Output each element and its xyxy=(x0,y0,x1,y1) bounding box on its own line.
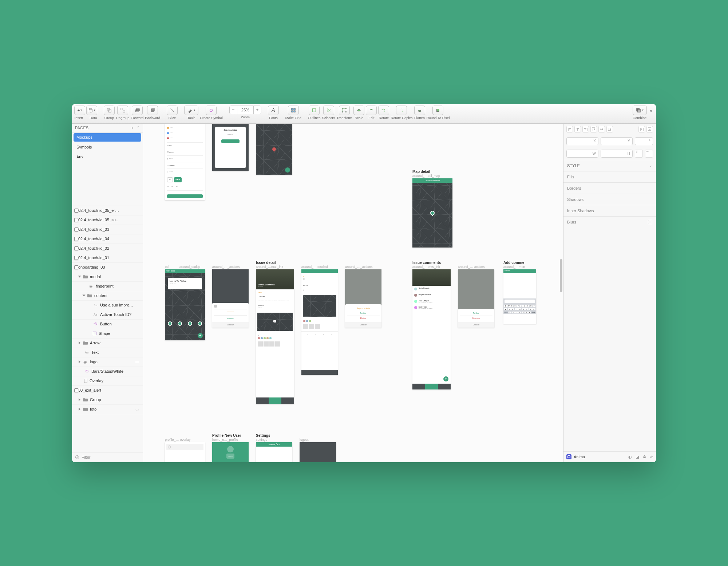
rotation-field[interactable]: ° xyxy=(635,137,653,145)
flip-v-button[interactable] xyxy=(645,150,653,158)
blurs-header[interactable]: Blurs xyxy=(563,217,656,227)
layer-item[interactable]: AaUse a sua impre… xyxy=(72,301,143,310)
layer-item[interactable]: 02.4_touch-id_04 xyxy=(72,234,143,244)
filter-bar[interactable]: Filter xyxy=(72,452,143,462)
align-center-h-button[interactable] xyxy=(574,126,581,132)
gear-icon[interactable]: ✲ xyxy=(643,455,646,459)
artboard[interactable]: Sem resultados ••• •••• ••• •••••••• •••… xyxy=(212,124,249,171)
page-item-mockups[interactable]: Mockups xyxy=(74,133,141,142)
artboard-comments-actions[interactable]: Partilhar Denunciar Cancelar xyxy=(458,269,494,328)
artboard-comments[interactable]: Sofia Almeida•••• •• •••••• ••• •••• •••… xyxy=(412,269,451,389)
artboard-profile-overlay[interactable] xyxy=(165,442,205,462)
forward-button[interactable] xyxy=(132,106,143,115)
layer-item[interactable]: 02.4_touch-id_05_su… xyxy=(72,215,143,225)
layer-item[interactable]: 02.4_touch-id_02 xyxy=(72,244,143,253)
layer-item[interactable]: onboarding_00 xyxy=(72,263,143,272)
layer-item[interactable]: 02.4_touch-id_05_er… xyxy=(72,206,143,215)
group-button[interactable] xyxy=(104,106,115,115)
outlines-button[interactable] xyxy=(309,106,320,115)
align-right-button[interactable] xyxy=(582,126,589,132)
scrollbar-vertical[interactable] xyxy=(560,259,562,292)
combine-button[interactable]: ▾ xyxy=(633,106,647,115)
artboard-issue-actions[interactable]: Seguir ocorrência Partilhar Eliminar Can… xyxy=(345,269,381,328)
y-field[interactable]: Y xyxy=(601,137,633,145)
make-grid-button[interactable] xyxy=(288,106,299,115)
data-button[interactable]: ▾ xyxy=(86,106,97,115)
artboard[interactable] xyxy=(256,124,292,175)
artboard-map-detail[interactable]: Lixo na Via Pública xyxy=(412,178,452,248)
transform-button[interactable] xyxy=(339,106,350,115)
rotate-copies-button[interactable] xyxy=(396,106,407,115)
canvas[interactable]: •••• •••• •••• ⊙ ••••• ☰ ••••••• ◈ •••••… xyxy=(143,124,563,462)
artboard-around-actions[interactable]: ••••••• ••••• •••••• •••••• •••• Cancela… xyxy=(212,269,249,328)
rotate-button[interactable] xyxy=(378,106,389,115)
collapse-pages-icon[interactable]: ⌃ xyxy=(136,126,140,130)
backward-button[interactable] xyxy=(147,106,158,115)
slice-button[interactable] xyxy=(167,106,178,115)
align-left-button[interactable] xyxy=(566,126,573,132)
artboard-logout[interactable] xyxy=(300,442,336,462)
layer-item[interactable]: 02.4_touch-id_01 xyxy=(72,253,143,263)
layer-item[interactable]: content xyxy=(72,291,143,301)
edit-button[interactable] xyxy=(366,106,377,115)
artboard-issue-detail[interactable]: Lixo na Via Pública ••• •• •••• ● ••••• … xyxy=(256,269,294,404)
borders-header[interactable]: Borders xyxy=(563,183,656,194)
align-top-button[interactable] xyxy=(590,126,597,132)
inner-shadows-header[interactable]: Inner Shadows xyxy=(563,205,656,216)
layer-item[interactable]: Shape xyxy=(72,329,143,339)
h-field[interactable]: H xyxy=(601,150,633,158)
refresh-icon[interactable]: ⟳ xyxy=(650,455,653,459)
layer-item[interactable]: ◉logo xyxy=(72,357,143,367)
distribute-h-button[interactable] xyxy=(638,126,645,132)
align-bottom-button[interactable] xyxy=(606,126,613,132)
add-page-icon[interactable]: + xyxy=(131,126,134,130)
fills-header[interactable]: Fills xyxy=(563,171,656,182)
insert-button[interactable]: +▾ xyxy=(74,106,85,115)
layer-item[interactable]: Overlay xyxy=(72,376,143,386)
layer-item[interactable]: ◉fingerprint xyxy=(72,282,143,291)
ungroup-button[interactable] xyxy=(117,106,128,115)
tools-button[interactable]: ▾ xyxy=(184,106,198,115)
layer-item[interactable]: 30_exit_alert xyxy=(72,386,143,395)
artboard-issue-scrolled[interactable]: ● ••••• ☐ ••••• •••• •• •••••••••• •• ••… xyxy=(301,269,338,375)
layer-item[interactable]: ⟲Button xyxy=(72,320,143,329)
round-to-pixel-button[interactable] xyxy=(432,106,443,115)
flatten-button[interactable] xyxy=(414,106,425,115)
layer-item[interactable]: AaText xyxy=(72,348,143,357)
scale-button[interactable] xyxy=(353,106,364,115)
data-label: Data xyxy=(90,116,97,120)
zoom-value[interactable]: 25% xyxy=(237,106,253,114)
layer-item[interactable]: ⟲Bars/Status/White xyxy=(72,367,143,376)
svg-point-19 xyxy=(342,111,343,112)
shadows-header[interactable]: Shadows xyxy=(563,194,656,205)
artboard-add-comment[interactable]: Cancelar QWERTYUIOP ASDFGHJKL ●ZXCVBNM⌫ xyxy=(503,269,536,324)
chat-icon[interactable]: ◐ xyxy=(628,455,632,459)
distribute-v-button[interactable] xyxy=(646,126,653,132)
scissors-button[interactable] xyxy=(323,106,334,115)
align-center-v-button[interactable] xyxy=(598,126,605,132)
artboard-name: around_…ents_init xyxy=(412,265,440,269)
page-item-symbols[interactable]: Symbols xyxy=(72,142,143,152)
artboard-profile[interactable]: ••••••• xyxy=(212,442,249,462)
artboard-around-tooltip[interactable]: VIZINHANÇA Lixo na Via Pública ••• ••• •… xyxy=(165,269,205,340)
artboard-settings[interactable]: DEFINIÇÕES xyxy=(256,442,292,462)
panel-icon[interactable]: ◪ xyxy=(636,455,639,459)
layer-item[interactable]: Arrow xyxy=(72,339,143,348)
style-header[interactable]: STYLE⌄ xyxy=(563,160,656,171)
zoom-out-button[interactable]: − xyxy=(229,106,237,114)
flip-h-button[interactable] xyxy=(635,150,643,158)
x-field[interactable]: X xyxy=(566,137,598,145)
layer-item[interactable]: 02.4_touch-id_03 xyxy=(72,225,143,234)
layer-item[interactable]: modal xyxy=(72,272,143,282)
fonts-button[interactable]: A xyxy=(268,106,279,115)
layer-item[interactable]: AaActivar Touch ID? xyxy=(72,310,143,320)
zoom-in-button[interactable]: + xyxy=(253,106,261,114)
artboard[interactable]: •••• •••• •••• ⊙ ••••• ☰ ••••••• ◈ •••••… xyxy=(165,124,205,200)
create-symbol-button[interactable] xyxy=(206,106,217,115)
page-item-aux[interactable]: Aux xyxy=(72,152,143,162)
layer-item[interactable]: Group xyxy=(72,395,143,405)
layer-item[interactable]: foto◡ xyxy=(72,405,143,414)
settings-header: DEFINIÇÕES xyxy=(256,442,292,447)
toolbar-overflow-icon[interactable]: » xyxy=(648,106,654,115)
w-field[interactable]: W xyxy=(566,150,598,158)
